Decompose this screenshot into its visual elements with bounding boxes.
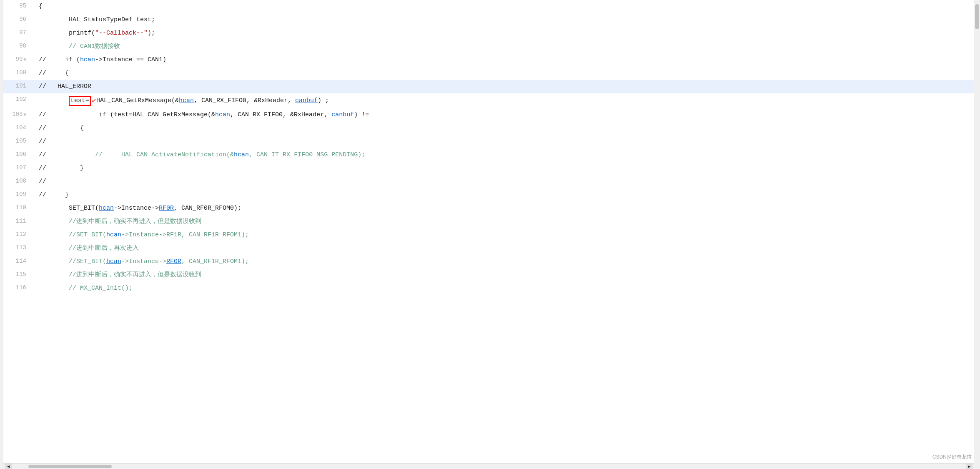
code-area: 95{96 HAL_StatusTypeDef test;97 printf("…	[3, 0, 974, 469]
v-scroll-thumb[interactable]	[975, 4, 979, 29]
line-number: 110	[3, 202, 35, 215]
line-row: 107// }	[3, 162, 974, 175]
line-code[interactable]: SET_BIT(hcan->Instance->RF0R, CAN_RF0R_R…	[35, 202, 974, 215]
scroll-right-button[interactable]: ▶	[966, 463, 972, 469]
line-code[interactable]: {	[35, 0, 974, 13]
line-row: 108//	[3, 175, 974, 188]
line-row: 99⊖// if (hcan->Instance == CAN1)	[3, 53, 974, 67]
line-number: 95	[3, 0, 35, 13]
line-row: 104// {	[3, 122, 974, 135]
line-number: 115	[3, 268, 35, 282]
line-code[interactable]: // HAL_ERROR	[35, 80, 974, 93]
line-row: 116 // MX_CAN_Init();	[3, 282, 974, 295]
line-row: 113 //进到中断后，再次进入	[3, 242, 974, 255]
line-code[interactable]: // if (hcan->Instance == CAN1)	[35, 53, 974, 67]
line-number: 111	[3, 215, 35, 228]
line-number: 96	[3, 13, 35, 27]
line-row: 111 //进到中断后，确实不再进入，但是数据没收到	[3, 215, 974, 228]
line-code[interactable]: //进到中断后，再次进入	[35, 242, 974, 255]
line-number: 113	[3, 242, 35, 255]
line-code[interactable]: //SET_BIT(hcan->Instance->RF1R, CAN_RF1R…	[35, 228, 974, 242]
line-row: 97 printf("--Callback--");	[3, 27, 974, 40]
scroll-left-button[interactable]: ◀	[5, 463, 12, 469]
line-code[interactable]: test=↙HAL_CAN_GetRxMessage(&hcan, CAN_RX…	[35, 93, 974, 108]
line-row: 100// {	[3, 67, 974, 80]
line-row: 96 HAL_StatusTypeDef test;	[3, 13, 974, 27]
line-number: 97	[3, 27, 35, 40]
line-row: 102 test=↙HAL_CAN_GetRxMessage(&hcan, CA…	[3, 93, 974, 108]
line-code[interactable]: // CAN1数据接收	[35, 40, 974, 53]
watermark: CSDN@好奇龙猫	[932, 454, 972, 461]
line-row: 103⊖// if (test=HAL_CAN_GetRxMessage(&hc…	[3, 108, 974, 122]
line-code[interactable]: //进到中断后，确实不再进入，但是数据没收到	[35, 215, 974, 228]
line-number: 116	[3, 282, 35, 295]
line-number: 98	[3, 40, 35, 53]
line-number: 112	[3, 228, 35, 242]
line-number: 105	[3, 135, 35, 148]
line-code[interactable]: // MX_CAN_Init();	[35, 282, 974, 295]
h-scroll-track[interactable]	[12, 464, 966, 469]
editor-container: 95{96 HAL_StatusTypeDef test;97 printf("…	[0, 0, 980, 469]
line-number: 104	[3, 122, 35, 135]
code-content[interactable]: 95{96 HAL_StatusTypeDef test;97 printf("…	[3, 0, 974, 463]
line-code[interactable]: //SET_BIT(hcan->Instance->RF0R, CAN_RF1R…	[35, 255, 974, 268]
line-code[interactable]: // // HAL_CAN_ActivateNotification(&hcan…	[35, 148, 974, 162]
horizontal-scrollbar[interactable]: ◀ ▶	[3, 463, 974, 469]
line-row: 109// }	[3, 188, 974, 202]
line-number: 101	[3, 80, 35, 93]
line-row: 106// // HAL_CAN_ActivateNotification(&h…	[3, 148, 974, 162]
line-row: 115 //进到中断后，确实不再进入，但是数据没收到	[3, 268, 974, 282]
line-code[interactable]: //	[35, 175, 974, 188]
line-number: 107	[3, 162, 35, 175]
line-code[interactable]: printf("--Callback--");	[35, 27, 974, 40]
line-row: 114 //SET_BIT(hcan->Instance->RF0R, CAN_…	[3, 255, 974, 268]
line-number: 114	[3, 255, 35, 268]
line-code[interactable]: // {	[35, 122, 974, 135]
line-row: 101// HAL_ERROR	[3, 80, 974, 93]
line-number: 100	[3, 67, 35, 80]
line-number: 99⊖	[3, 53, 35, 67]
line-code[interactable]: // {	[35, 67, 974, 80]
vertical-scrollbar[interactable]	[974, 0, 980, 469]
line-row: 112 //SET_BIT(hcan->Instance->RF1R, CAN_…	[3, 228, 974, 242]
line-number: 106	[3, 148, 35, 162]
line-row: 110 SET_BIT(hcan->Instance->RF0R, CAN_RF…	[3, 202, 974, 215]
line-number: 103⊖	[3, 108, 35, 122]
line-code[interactable]: //进到中断后，确实不再进入，但是数据没收到	[35, 268, 974, 282]
left-gutter	[0, 0, 3, 469]
line-row: 105//	[3, 135, 974, 148]
line-code[interactable]: // }	[35, 188, 974, 202]
line-code[interactable]: //	[35, 135, 974, 148]
h-scroll-thumb[interactable]	[28, 465, 112, 468]
line-code[interactable]: HAL_StatusTypeDef test;	[35, 13, 974, 27]
line-number: 108	[3, 175, 35, 188]
line-number: 102	[3, 93, 35, 108]
line-row: 98 // CAN1数据接收	[3, 40, 974, 53]
line-number: 109	[3, 188, 35, 202]
line-code[interactable]: // }	[35, 162, 974, 175]
line-code[interactable]: // if (test=HAL_CAN_GetRxMessage(&hcan, …	[35, 108, 974, 122]
line-row: 95{	[3, 0, 974, 13]
